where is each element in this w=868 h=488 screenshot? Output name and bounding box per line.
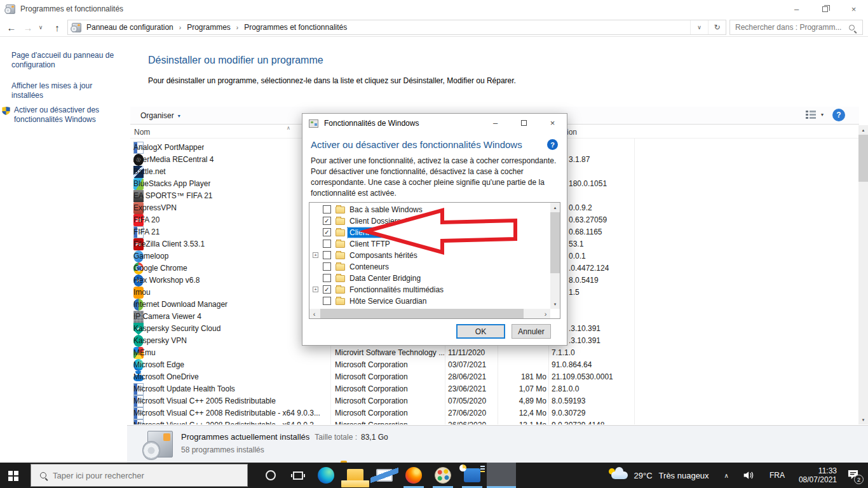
feature-label[interactable]: Hôte Service Guardian [348,296,428,306]
breadcrumb[interactable]: Panneau de configuration › Programmes › … [67,20,726,35]
scrollbar-thumb[interactable] [320,309,524,318]
scroll-up-icon[interactable]: ▴ [858,125,868,135]
close-button[interactable]: × [839,0,868,18]
restore-button[interactable] [811,0,839,18]
breadcrumb-item[interactable]: Panneau de configuration › [86,23,187,32]
dialog-minimize-button[interactable]: – [481,114,510,132]
explorer-search-input[interactable] [735,23,849,32]
taskbar-app-icon [318,467,334,484]
sidebar-link-label[interactable]: Afficher les mises à jour installées [11,81,92,100]
ok-button[interactable]: OK [456,324,505,339]
feature-label[interactable]: Conteneurs [348,262,391,272]
sidebar-link[interactable]: Afficher les mises à jour installées [11,81,123,100]
organize-button[interactable]: Organiser ▾ [137,110,184,121]
sidebar-link-label[interactable]: Activer ou désactiver des fonctionnalité… [14,105,99,124]
scroll-down-icon[interactable]: ▾ [858,415,868,424]
feature-checkbox[interactable]: ✓ [323,240,331,248]
sidebar-link[interactable]: Page d'accueil du panneau de configurati… [11,51,123,70]
feature-checkbox[interactable]: ✓ [323,285,331,294]
taskbar-app[interactable] [487,463,516,488]
total-size-label: Taille totale : [315,433,357,442]
taskbar-app-icon [376,469,393,482]
scroll-left-icon[interactable]: ‹ [309,309,319,318]
refresh-icon[interactable]: ↻ [708,20,726,34]
expand-icon[interactable]: + [313,287,318,292]
feature-item[interactable]: + ✓ Data Center Bridging [309,273,550,284]
check-icon: ✓ [324,229,329,236]
feature-checkbox[interactable]: ✓ [323,297,331,305]
tray-overflow-icon[interactable]: ∧ [724,472,729,479]
address-dropdown-icon[interactable]: ∨ [690,20,708,34]
view-dropdown-icon[interactable]: ▾ [821,112,824,118]
task-view-button[interactable] [285,463,311,488]
taskbar-app[interactable] [341,463,370,488]
dialog-maximize-button[interactable] [510,114,538,132]
sidebar-link[interactable]: Activer ou désactiver des fonctionnalité… [14,105,123,125]
forward-button[interactable]: → [20,20,36,35]
start-button[interactable] [0,463,31,488]
cortana-button[interactable] [257,463,285,488]
back-button[interactable]: ← [4,20,19,35]
history-dropdown-icon[interactable]: ∨ [36,20,46,35]
feature-checkbox[interactable]: ✓ [323,251,331,259]
instruction-text: Pour désinstaller un programme, sélectio… [148,76,516,85]
dialog-close-button[interactable]: × [538,114,567,132]
explorer-search[interactable] [729,20,863,35]
help-button[interactable]: ? [832,109,845,121]
program-row[interactable]: Microsoft OneDrive Microsoft Corporation… [130,371,859,383]
feature-item[interactable]: + ✓ Hôte Service Guardian [309,295,550,307]
volume-icon[interactable] [743,470,756,480]
program-row[interactable]: Microsoft Visual C++ 2005 Redistributabl… [130,395,859,407]
clock[interactable]: 11:33 08/07/2021 [799,466,837,484]
feature-checkbox[interactable]: ✓ [323,217,331,225]
weather-widget[interactable]: 29°C Très nuageux [611,471,709,480]
breadcrumb-label[interactable]: Panneau de configuration [86,23,173,32]
column-header-name[interactable]: Nom [134,128,150,137]
notifications-button[interactable]: 2 [847,469,859,482]
breadcrumb-label[interactable]: Programmes [187,23,231,32]
feature-label[interactable]: Data Center Bridging [348,273,423,283]
program-row[interactable]: Microsoft Visual C++ 2008 Redistributabl… [130,407,859,419]
minimize-button[interactable]: – [782,0,811,18]
feature-item[interactable]: + ✓ Fonctionnalités multimédias [309,284,550,295]
scrollbar-thumb[interactable] [550,212,560,273]
program-name: AVerMedia RECentral 4 [133,154,214,166]
program-row[interactable]: Microsoft Update Health Tools Microsoft … [130,383,859,395]
scrollbar-thumb[interactable] [858,135,868,182]
breadcrumb-item[interactable]: Programmes › [187,23,244,32]
window-scrollbar[interactable]: ▴ ▾ [858,125,868,424]
taskbar-app[interactable] [311,463,341,488]
program-row[interactable]: MEmu Microvirt Software Technology ... 1… [130,347,859,359]
features-hscrollbar[interactable]: ‹ › [309,309,550,318]
scroll-down-icon[interactable]: ▾ [550,299,560,309]
sidebar-link-label[interactable]: Page d'accueil du panneau de configurati… [11,51,114,69]
feature-checkbox[interactable]: ✓ [323,262,331,271]
scroll-right-icon[interactable]: › [541,309,550,318]
expand-icon[interactable]: + [313,252,318,258]
breadcrumb-label[interactable]: Programmes et fonctionnalités [244,23,347,32]
feature-checkbox[interactable]: ✓ [323,205,331,214]
taskbar-app[interactable] [399,463,428,488]
features-vscrollbar[interactable]: ▴ ▾ [550,203,560,309]
language-indicator[interactable]: FRA [770,471,785,480]
scroll-up-icon[interactable]: ▴ [550,203,560,212]
program-row[interactable]: Microsoft Visual C++ 2008 Redistributabl… [130,419,859,424]
taskbar-search-input[interactable] [53,471,247,480]
program-publisher: Microsoft Corporation [335,371,444,383]
feature-checkbox[interactable]: ✓ [323,228,331,236]
taskbar-search[interactable] [31,464,248,487]
breadcrumb-item[interactable]: Programmes et fonctionnalités › [244,23,347,32]
taskbar-app[interactable] [428,463,458,488]
change-view-icon[interactable] [806,111,816,119]
up-button[interactable]: ↑ [50,20,65,35]
taskbar-app[interactable] [458,463,487,488]
feature-label[interactable]: Fonctionnalités multimédias [348,285,445,295]
feature-checkbox[interactable]: ✓ [323,274,331,282]
cancel-button[interactable]: Annuler [512,324,551,339]
program-row[interactable]: Microsoft Edge Microsoft Corporation 03/… [130,359,859,371]
dialog-help-button[interactable]: ? [547,139,558,150]
tray-time: 11:33 [799,466,837,475]
feature-item[interactable]: + ✓ Conteneurs [309,261,550,273]
program-name: FIFA 21 [133,226,159,238]
taskbar-app[interactable] [370,463,399,488]
